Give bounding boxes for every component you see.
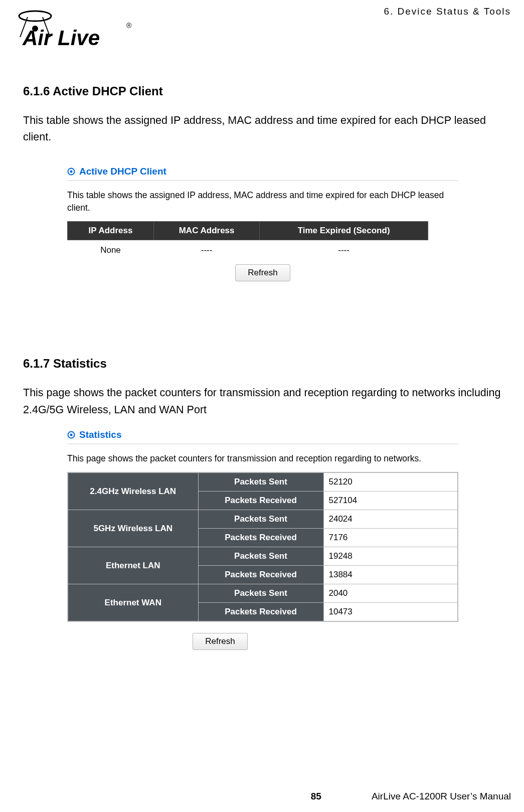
stats-value: 24024	[323, 510, 458, 529]
stats-panel-desc: This page shows the packet counters for …	[67, 452, 458, 465]
dhcp-col-mac: MAC Address	[154, 222, 260, 240]
stats-metric-label: Packets Received	[198, 566, 323, 584]
table-row: Ethernet LANPackets Sent19248	[68, 547, 458, 566]
brand-logo: Air Live ®	[10, 6, 140, 53]
stats-value: 10473	[323, 603, 458, 622]
stats-metric-label: Packets Received	[198, 603, 323, 622]
table-row: 2.4GHz Wireless LANPackets Sent52120	[68, 472, 458, 492]
stats-metric-label: Packets Sent	[198, 510, 323, 529]
stats-screenshot: Statistics This page shows the packet co…	[67, 427, 458, 650]
dhcp-col-ip: IP Address	[68, 222, 154, 240]
stats-value: 527104	[323, 492, 458, 510]
dhcp-cell: ----	[260, 240, 428, 261]
svg-text:Air Live: Air Live	[22, 26, 100, 50]
manual-title: AirLive AC-1200R User’s Manual	[372, 791, 511, 802]
section-text-stats: This page shows the packet counters for …	[23, 385, 511, 418]
stats-row-name: Ethernet WAN	[68, 584, 198, 622]
section-heading-stats: 6.1.7 Statistics	[23, 357, 511, 371]
section-heading-dhcp: 6.1.6 Active DHCP Client	[23, 84, 511, 98]
svg-point-9	[70, 434, 73, 436]
stats-row-name: 2.4GHz Wireless LAN	[68, 472, 198, 510]
refresh-button[interactable]: Refresh	[235, 264, 290, 281]
dhcp-col-time: Time Expired (Second)	[260, 222, 428, 240]
page-number: 85	[311, 791, 321, 802]
svg-text:®: ®	[126, 22, 132, 30]
dhcp-cell: ----	[154, 240, 260, 261]
table-row: None ---- ----	[68, 240, 428, 261]
svg-point-7	[70, 170, 73, 173]
stats-row-name: Ethernet LAN	[68, 547, 198, 584]
dhcp-screenshot: Active DHCP Client This table shows the …	[67, 164, 458, 282]
stats-table: 2.4GHz Wireless LANPackets Sent52120Pack…	[67, 472, 458, 622]
target-icon	[67, 168, 75, 176]
chapter-heading: 6. Device Status & Tools	[384, 6, 511, 17]
stats-metric-label: Packets Received	[198, 492, 323, 510]
stats-row-name: 5GHz Wireless LAN	[68, 510, 198, 547]
stats-metric-label: Packets Sent	[198, 472, 323, 492]
table-row: 5GHz Wireless LANPackets Sent24024	[68, 510, 458, 529]
page-footer: 85 AirLive AC-1200R User’s Manual	[0, 791, 524, 802]
stats-value: 19248	[323, 547, 458, 566]
dhcp-cell: None	[68, 240, 154, 261]
refresh-button[interactable]: Refresh	[193, 633, 248, 650]
panel-title-text: Statistics	[79, 429, 121, 440]
stats-metric-label: Packets Sent	[198, 584, 323, 603]
stats-value: 2040	[323, 584, 458, 603]
stats-value: 7176	[323, 529, 458, 547]
section-text-dhcp: This table shows the assigned IP address…	[23, 112, 511, 146]
panel-title-text: Active DHCP Client	[79, 166, 166, 177]
stats-value: 52120	[323, 472, 458, 492]
dhcp-table: IP Address MAC Address Time Expired (Sec…	[67, 221, 428, 260]
target-icon	[67, 431, 75, 439]
stats-metric-label: Packets Sent	[198, 547, 323, 566]
svg-point-0	[19, 11, 51, 21]
table-row: Ethernet WANPackets Sent2040	[68, 584, 458, 603]
dhcp-panel-desc: This table shows the assigned IP address…	[67, 189, 458, 215]
stats-metric-label: Packets Received	[198, 529, 323, 547]
stats-value: 13884	[323, 566, 458, 584]
